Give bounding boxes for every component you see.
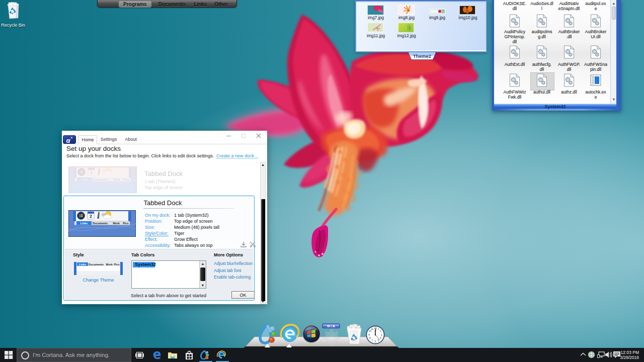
svg-text:9: 9 (368, 334, 370, 336)
svg-text:5: 5 (378, 339, 379, 342)
svg-text:6: 6 (375, 340, 376, 343)
svg-text:8: 8 (369, 337, 371, 339)
svg-text:7: 7 (372, 339, 373, 342)
svg-text:3: 3 (381, 334, 382, 336)
svg-text:11: 11 (371, 328, 373, 330)
svg-text:10: 10 (369, 330, 372, 332)
svg-text:1: 1 (378, 328, 379, 330)
svg-text:4: 4 (380, 337, 381, 339)
svg-text:Theme2: Theme2 (413, 53, 431, 59)
svg-text:12: 12 (374, 327, 377, 329)
svg-text:N / A: N / A (327, 324, 335, 328)
svg-text:2: 2 (380, 330, 381, 332)
